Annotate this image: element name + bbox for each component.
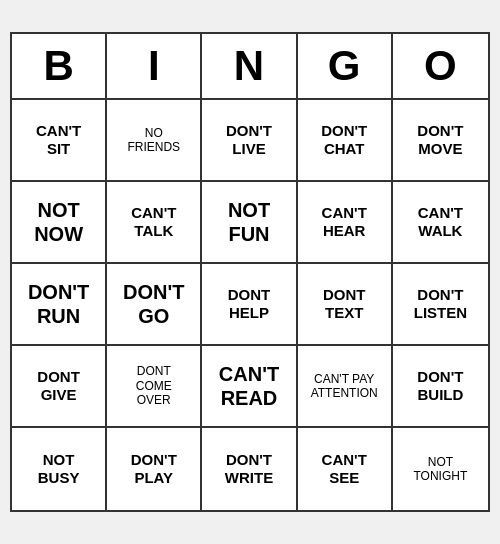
bingo-cell-20: NOT BUSY xyxy=(12,428,107,510)
cell-text: CAN'T SIT xyxy=(36,122,81,158)
bingo-cell-2: DON'T LIVE xyxy=(202,100,297,182)
bingo-cell-6: CAN'T TALK xyxy=(107,182,202,264)
bingo-cell-10: DON'T RUN xyxy=(12,264,107,346)
bingo-letter-n: N xyxy=(202,34,297,98)
bingo-cell-21: DON'T PLAY xyxy=(107,428,202,510)
bingo-cell-3: DON'T CHAT xyxy=(298,100,393,182)
bingo-letter-g: G xyxy=(298,34,393,98)
cell-text: DON'T LISTEN xyxy=(414,286,467,322)
bingo-cell-13: DONT TEXT xyxy=(298,264,393,346)
cell-text: CAN'T HEAR xyxy=(322,204,367,240)
cell-text: DON'T PLAY xyxy=(131,451,177,487)
bingo-cell-18: CAN'T PAY ATTENTION xyxy=(298,346,393,428)
cell-text: CAN'T TALK xyxy=(131,204,176,240)
bingo-cell-17: CAN'T READ xyxy=(202,346,297,428)
cell-text: CAN'T PAY ATTENTION xyxy=(311,372,378,401)
cell-text: DON'T GO xyxy=(123,280,184,328)
cell-text: NOT BUSY xyxy=(38,451,80,487)
bingo-cell-14: DON'T LISTEN xyxy=(393,264,488,346)
cell-text: DON'T MOVE xyxy=(417,122,463,158)
bingo-cell-7: NOT FUN xyxy=(202,182,297,264)
bingo-letter-i: I xyxy=(107,34,202,98)
cell-text: DON'T WRITE xyxy=(225,451,273,487)
bingo-cell-23: CAN'T SEE xyxy=(298,428,393,510)
cell-text: DON'T RUN xyxy=(28,280,89,328)
cell-text: DONT COME OVER xyxy=(136,364,172,407)
cell-text: DONT TEXT xyxy=(323,286,366,322)
cell-text: NOT NOW xyxy=(34,198,83,246)
bingo-cell-19: DON'T BUILD xyxy=(393,346,488,428)
bingo-cell-24: NOT TONIGHT xyxy=(393,428,488,510)
bingo-header: BINGO xyxy=(12,34,488,100)
bingo-card: BINGO CAN'T SITNO FRIENDSDON'T LIVEDON'T… xyxy=(10,32,490,512)
cell-text: NOT TONIGHT xyxy=(414,455,468,484)
bingo-cell-22: DON'T WRITE xyxy=(202,428,297,510)
cell-text: CAN'T SEE xyxy=(322,451,367,487)
cell-text: NO FRIENDS xyxy=(127,126,180,155)
cell-text: DON'T LIVE xyxy=(226,122,272,158)
bingo-grid: CAN'T SITNO FRIENDSDON'T LIVEDON'T CHATD… xyxy=(12,100,488,510)
bingo-cell-8: CAN'T HEAR xyxy=(298,182,393,264)
bingo-cell-4: DON'T MOVE xyxy=(393,100,488,182)
cell-text: NOT FUN xyxy=(228,198,270,246)
cell-text: CAN'T WALK xyxy=(418,204,463,240)
bingo-cell-5: NOT NOW xyxy=(12,182,107,264)
bingo-cell-16: DONT COME OVER xyxy=(107,346,202,428)
bingo-letter-o: O xyxy=(393,34,488,98)
bingo-cell-9: CAN'T WALK xyxy=(393,182,488,264)
cell-text: DON'T CHAT xyxy=(321,122,367,158)
bingo-letter-b: B xyxy=(12,34,107,98)
cell-text: DONT GIVE xyxy=(37,368,80,404)
cell-text: CAN'T READ xyxy=(219,362,279,410)
cell-text: DONT HELP xyxy=(228,286,271,322)
bingo-cell-12: DONT HELP xyxy=(202,264,297,346)
cell-text: DON'T BUILD xyxy=(417,368,463,404)
bingo-cell-1: NO FRIENDS xyxy=(107,100,202,182)
bingo-cell-11: DON'T GO xyxy=(107,264,202,346)
bingo-cell-0: CAN'T SIT xyxy=(12,100,107,182)
bingo-cell-15: DONT GIVE xyxy=(12,346,107,428)
